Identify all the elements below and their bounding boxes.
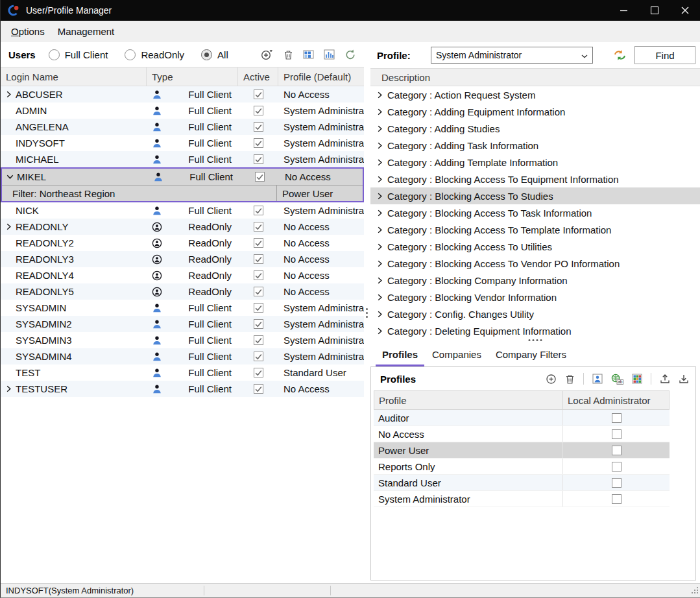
category-row[interactable]: Category : Blocking Access To Template I… <box>370 221 700 238</box>
column-profile-default[interactable]: Profile (Default) <box>278 67 364 86</box>
category-row[interactable]: Category : Blocking Access To Vendor PO … <box>370 255 700 272</box>
category-row[interactable]: Category : Blocking Company Information <box>370 272 700 289</box>
active-checkbox[interactable] <box>254 122 263 132</box>
import-icon[interactable] <box>679 374 689 384</box>
profile-row[interactable]: No Access <box>374 426 670 442</box>
radio-full-client-circle[interactable] <box>49 49 60 60</box>
local-admin-checkbox[interactable] <box>612 462 622 472</box>
profile-row[interactable]: Auditor <box>374 410 670 426</box>
category-row[interactable]: Category : Action Request System <box>370 86 700 103</box>
user-row[interactable]: TESTUSERFull ClientNo Access <box>1 381 364 397</box>
category-row[interactable]: Category : Config. Changes Utility <box>370 305 700 322</box>
user-row[interactable]: MICHAELFull ClientSystem Administrator <box>1 151 364 167</box>
permissions-grid-icon[interactable] <box>632 374 642 384</box>
active-checkbox[interactable] <box>254 368 263 377</box>
active-checkbox[interactable] <box>254 106 263 115</box>
local-admin-checkbox[interactable] <box>612 494 622 504</box>
expand-icon[interactable] <box>374 174 385 185</box>
active-checkbox[interactable] <box>254 335 263 345</box>
user-row[interactable]: SYSADMIN4Full ClientSystem Administrator <box>1 348 364 365</box>
collapse-icon[interactable] <box>5 171 16 182</box>
refresh-icon[interactable] <box>344 49 356 60</box>
expand-icon[interactable] <box>3 383 14 394</box>
expand-icon[interactable] <box>3 221 14 232</box>
refresh-profile-icon[interactable] <box>612 49 627 61</box>
delete-user-icon[interactable] <box>284 49 293 60</box>
expand-icon[interactable] <box>374 275 385 286</box>
add-profile-icon[interactable] <box>546 374 557 385</box>
user-row[interactable]: SYSADMIN3Full ClientSystem Administrator <box>1 332 364 348</box>
user-row[interactable]: ANGELENAFull ClientSystem Administrator <box>1 119 364 135</box>
profile-row[interactable]: Reports Only <box>374 459 670 475</box>
radio-full-client[interactable]: Full Client <box>49 49 108 60</box>
active-checkbox[interactable] <box>254 384 263 394</box>
user-filter-row[interactable]: Filter: Northeast RegionPower User <box>2 185 363 201</box>
local-admin-checkbox[interactable] <box>612 413 622 423</box>
expand-icon[interactable] <box>374 224 385 235</box>
active-checkbox[interactable] <box>254 90 263 99</box>
expand-icon[interactable] <box>374 123 385 134</box>
column-login-name[interactable]: Login Name <box>1 67 147 86</box>
column-profile[interactable]: Profile <box>374 390 563 410</box>
expand-icon[interactable] <box>3 89 14 100</box>
category-row[interactable]: Category : Blocking Access To Task Infor… <box>370 204 700 221</box>
active-checkbox[interactable] <box>254 319 263 329</box>
menu-options[interactable]: Options <box>5 23 51 40</box>
category-row[interactable]: Category : Deleting Equipment Informatio… <box>370 322 700 337</box>
user-row[interactable]: READONLY2ReadOnlyNo Access <box>1 235 364 251</box>
expand-icon[interactable] <box>374 191 385 202</box>
user-row[interactable]: MIKELFull ClientNo Access <box>2 169 363 185</box>
category-row[interactable]: Category : Adding Task Information <box>370 137 700 154</box>
user-groups-icon[interactable] <box>303 49 314 60</box>
active-checkbox[interactable] <box>254 254 263 264</box>
category-row[interactable]: Category : Blocking Vendor Information <box>370 289 700 305</box>
category-row[interactable]: Category : Adding Equipment Information <box>370 103 700 120</box>
radio-readonly[interactable]: ReadOnly <box>125 49 184 60</box>
export-icon[interactable] <box>660 374 670 384</box>
expand-icon[interactable] <box>374 326 385 337</box>
close-button[interactable] <box>670 0 700 21</box>
category-row[interactable]: Category : Blocking Access To Studies <box>370 187 700 204</box>
local-admin-checkbox[interactable] <box>612 478 622 488</box>
user-row[interactable]: READONLY4ReadOnlyNo Access <box>1 267 364 283</box>
expand-icon[interactable] <box>374 241 385 252</box>
menu-management[interactable]: Management <box>51 23 121 40</box>
user-row[interactable]: INDYSOFTFull ClientSystem Administrator <box>1 135 364 151</box>
globe-rename-icon[interactable]: ab <box>611 374 623 385</box>
delete-profile-icon[interactable] <box>565 374 575 385</box>
resize-grip-icon[interactable] <box>691 586 699 596</box>
expand-icon[interactable] <box>374 208 385 219</box>
active-checkbox[interactable] <box>254 138 263 148</box>
active-checkbox[interactable] <box>254 352 263 361</box>
active-checkbox[interactable] <box>254 270 263 280</box>
local-admin-checkbox[interactable] <box>612 429 622 439</box>
expand-icon[interactable] <box>374 157 385 168</box>
minimize-button[interactable] <box>609 0 639 21</box>
expand-icon[interactable] <box>374 106 385 117</box>
tab-profiles[interactable]: Profiles <box>376 345 424 366</box>
user-card-icon[interactable] <box>592 374 603 384</box>
user-row[interactable]: ADMINFull ClientSystem Administrator <box>1 102 364 119</box>
profile-row[interactable]: System Administrator <box>374 491 670 507</box>
active-checkbox[interactable] <box>254 154 263 164</box>
tab-companies[interactable]: Companies <box>426 345 488 366</box>
active-checkbox[interactable] <box>254 206 263 215</box>
active-checkbox[interactable] <box>254 303 263 313</box>
active-checkbox[interactable] <box>254 238 263 248</box>
category-row[interactable]: Category : Blocking Access To Equipment … <box>370 171 700 187</box>
expand-icon[interactable] <box>374 309 385 320</box>
add-user-icon[interactable] <box>261 49 274 60</box>
column-local-administrator[interactable]: Local Administrator <box>563 390 670 410</box>
profile-row[interactable]: Power User <box>374 442 670 459</box>
user-row[interactable]: SYSADMINFull ClientSystem Administrator <box>1 300 364 316</box>
active-checkbox[interactable] <box>255 172 265 182</box>
local-admin-checkbox[interactable] <box>612 446 622 455</box>
maximize-button[interactable] <box>639 0 670 21</box>
user-row[interactable]: SYSADMIN2Full ClientSystem Administrator <box>1 316 364 332</box>
tab-company-filters[interactable]: Company Filters <box>489 345 573 366</box>
radio-all-circle[interactable] <box>201 49 212 60</box>
user-row[interactable]: TESTFull ClientStandard User <box>1 365 364 381</box>
vertical-splitter[interactable] <box>364 42 370 583</box>
category-row[interactable]: Category : Adding Studies <box>370 120 700 137</box>
expand-icon[interactable] <box>374 140 385 151</box>
